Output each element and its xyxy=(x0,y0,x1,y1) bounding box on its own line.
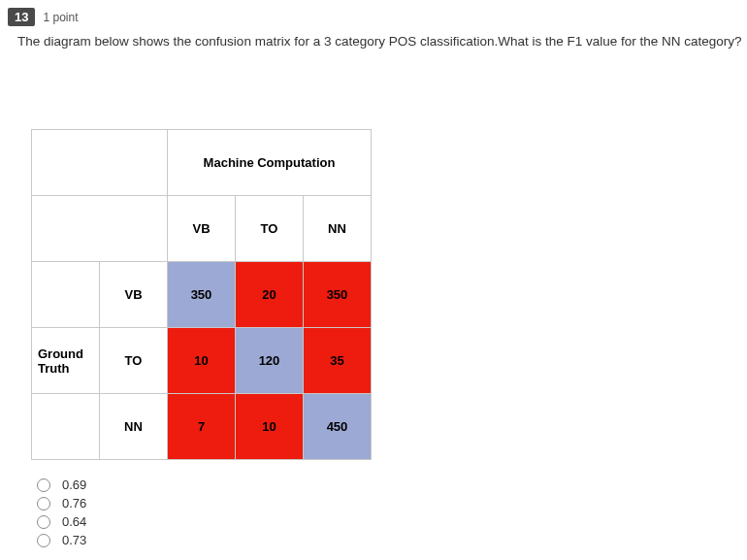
cell-to-vb: 10 xyxy=(168,328,236,394)
radio-icon xyxy=(37,534,50,547)
question-points: 1 point xyxy=(43,11,78,24)
question-text: The diagram below shows the confusion ma… xyxy=(0,32,747,51)
option-c[interactable]: 0.64 xyxy=(37,514,747,529)
option-c-label: 0.64 xyxy=(62,514,86,529)
cell-nn-nn: 450 xyxy=(304,394,372,460)
col-header-to: TO xyxy=(236,196,304,262)
row-header-vb: VB xyxy=(100,262,168,328)
cell-vb-vb: 350 xyxy=(168,262,236,328)
cell-vb-nn: 350 xyxy=(304,262,372,328)
empty-cell xyxy=(32,130,168,196)
row-header-to: TO xyxy=(100,328,168,394)
ground-truth-header: Ground Truth xyxy=(32,328,100,394)
cell-vb-to: 20 xyxy=(236,262,304,328)
cell-nn-to: 10 xyxy=(236,394,304,460)
row-header-nn: NN xyxy=(100,394,168,460)
option-b[interactable]: 0.76 xyxy=(37,496,747,511)
radio-icon xyxy=(37,478,50,492)
cell-to-to: 120 xyxy=(236,328,304,394)
cell-to-nn: 35 xyxy=(304,328,372,394)
empty-cell xyxy=(32,196,168,262)
matrix-table: Machine Computation VB TO NN VB 350 20 3… xyxy=(31,129,372,460)
option-d-label: 0.73 xyxy=(62,533,86,547)
question-header: 13 1 point xyxy=(0,8,747,26)
radio-icon xyxy=(37,497,50,511)
confusion-matrix: Machine Computation VB TO NN VB 350 20 3… xyxy=(0,129,747,460)
radio-icon xyxy=(37,515,50,529)
option-a[interactable]: 0.69 xyxy=(37,478,747,492)
option-a-label: 0.69 xyxy=(62,478,86,492)
empty-cell xyxy=(32,262,100,328)
col-header-nn: NN xyxy=(304,196,372,262)
empty-cell xyxy=(32,394,100,460)
question-number-badge: 13 xyxy=(8,8,35,26)
col-header-vb: VB xyxy=(168,196,236,262)
option-d[interactable]: 0.73 xyxy=(37,533,747,547)
machine-computation-header: Machine Computation xyxy=(168,130,372,196)
answer-options: 0.69 0.76 0.64 0.73 xyxy=(0,478,747,547)
cell-nn-vb: 7 xyxy=(168,394,236,460)
option-b-label: 0.76 xyxy=(62,496,86,511)
